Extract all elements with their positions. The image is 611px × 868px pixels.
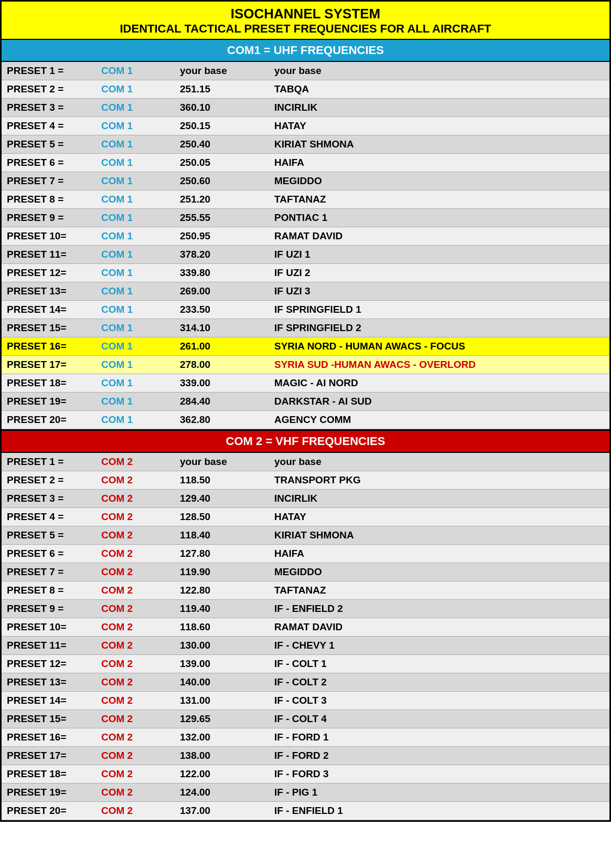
freq-cell: 119.40	[175, 600, 269, 618]
com-label: COM 2	[96, 508, 175, 526]
table-row: PRESET 20= COM 1 362.80 AGENCY COMM	[2, 411, 609, 429]
name-cell: AGENCY COMM	[269, 411, 609, 429]
preset-label: PRESET 8 =	[2, 581, 96, 600]
preset-label: PRESET 4 =	[2, 117, 96, 135]
com-label: COM 2	[96, 471, 175, 490]
preset-label: PRESET 20=	[2, 802, 96, 820]
name-cell: IF - FORD 2	[269, 747, 609, 765]
preset-label: PRESET 1 =	[2, 453, 96, 471]
name-cell: HAIFA	[269, 154, 609, 172]
table-row: PRESET 5 = COM 1 250.40 KIRIAT SHMONA	[2, 135, 609, 154]
preset-label: PRESET 19=	[2, 784, 96, 802]
table-row: PRESET 1 = COM 1 your base your base	[2, 62, 609, 80]
name-cell: TRANSPORT PKG	[269, 471, 609, 490]
name-cell: HATAY	[269, 508, 609, 526]
table-row: PRESET 16= COM 1 261.00 SYRIA NORD - HUM…	[2, 337, 609, 356]
freq-cell: 118.50	[175, 471, 269, 490]
name-cell: IF SPRINGFIELD 1	[269, 301, 609, 319]
freq-cell: 362.80	[175, 411, 269, 429]
name-cell: IF UZI 2	[269, 264, 609, 282]
com-label: COM 2	[96, 673, 175, 692]
preset-label: PRESET 20=	[2, 411, 96, 429]
com-label: COM 2	[96, 655, 175, 673]
com-label: COM 1	[96, 393, 175, 411]
name-cell: IF - FORD 1	[269, 728, 609, 747]
main-container: ISOCHANNEL SYSTEM IDENTICAL TACTICAL PRE…	[0, 0, 611, 822]
freq-cell: 255.55	[175, 209, 269, 227]
preset-label: PRESET 12=	[2, 264, 96, 282]
com-label: COM 2	[96, 747, 175, 765]
com-label: COM 2	[96, 692, 175, 710]
preset-label: PRESET 16=	[2, 337, 96, 356]
preset-label: PRESET 11=	[2, 246, 96, 264]
com-label: COM 1	[96, 282, 175, 301]
com1-table: PRESET 1 = COM 1 your base your base PRE…	[2, 62, 609, 429]
name-cell: IF UZI 3	[269, 282, 609, 301]
name-cell: TAFTANAZ	[269, 581, 609, 600]
com1-section-header: COM1 = UHF FREQUENCIES	[2, 40, 609, 62]
table-row: PRESET 2 = COM 2 118.50 TRANSPORT PKG	[2, 471, 609, 490]
com-label: COM 2	[96, 453, 175, 471]
name-cell: IF - COLT 3	[269, 692, 609, 710]
freq-cell: 339.00	[175, 374, 269, 393]
freq-cell: 251.20	[175, 190, 269, 209]
name-cell: IF - FORD 3	[269, 765, 609, 784]
preset-label: PRESET 13=	[2, 673, 96, 692]
preset-label: PRESET 14=	[2, 301, 96, 319]
table-row: PRESET 11= COM 2 130.00 IF - CHEVY 1	[2, 637, 609, 655]
name-cell: SYRIA NORD - HUMAN AWACS - FOCUS	[269, 337, 609, 356]
preset-label: PRESET 6 =	[2, 545, 96, 563]
freq-cell: 122.00	[175, 765, 269, 784]
freq-cell: 251.15	[175, 80, 269, 99]
freq-cell: 122.80	[175, 581, 269, 600]
freq-cell: 233.50	[175, 301, 269, 319]
com-label: COM 2	[96, 728, 175, 747]
com-label: COM 1	[96, 264, 175, 282]
com-label: COM 2	[96, 526, 175, 545]
freq-cell: 129.40	[175, 490, 269, 508]
table-row: PRESET 8 = COM 1 251.20 TAFTANAZ	[2, 190, 609, 209]
name-cell: HAIFA	[269, 545, 609, 563]
preset-label: PRESET 1 =	[2, 62, 96, 80]
com-label: COM 2	[96, 765, 175, 784]
com-label: COM 1	[96, 135, 175, 154]
table-row: PRESET 10= COM 1 250.95 RAMAT DAVID	[2, 227, 609, 246]
com-label: COM 1	[96, 172, 175, 190]
freq-cell: 250.40	[175, 135, 269, 154]
freq-cell: 118.40	[175, 526, 269, 545]
com-label: COM 1	[96, 190, 175, 209]
com-label: COM 1	[96, 80, 175, 99]
name-cell: IF SPRINGFIELD 2	[269, 319, 609, 337]
name-cell: DARKSTAR - AI SUD	[269, 393, 609, 411]
table-row: PRESET 20= COM 2 137.00 IF - ENFIELD 1	[2, 802, 609, 820]
com-label: COM 1	[96, 227, 175, 246]
title2: IDENTICAL TACTICAL PRESET FREQUENCIES FO…	[4, 22, 607, 36]
freq-cell: 284.40	[175, 393, 269, 411]
preset-label: PRESET 3 =	[2, 99, 96, 117]
freq-cell: 138.00	[175, 747, 269, 765]
table-row: PRESET 18= COM 1 339.00 MAGIC - AI NORD	[2, 374, 609, 393]
name-cell: MEGIDDO	[269, 172, 609, 190]
preset-label: PRESET 11=	[2, 637, 96, 655]
table-row: PRESET 4 = COM 1 250.15 HATAY	[2, 117, 609, 135]
preset-label: PRESET 10=	[2, 618, 96, 637]
table-row: PRESET 6 = COM 2 127.80 HAIFA	[2, 545, 609, 563]
com-label: COM 1	[96, 117, 175, 135]
freq-cell: 278.00	[175, 356, 269, 374]
freq-cell: 378.20	[175, 246, 269, 264]
name-cell: TABQA	[269, 80, 609, 99]
table-row: PRESET 9 = COM 1 255.55 PONTIAC 1	[2, 209, 609, 227]
name-cell: MAGIC - AI NORD	[269, 374, 609, 393]
table-row: PRESET 13= COM 2 140.00 IF - COLT 2	[2, 673, 609, 692]
freq-cell: your base	[175, 62, 269, 80]
table-row: PRESET 7 = COM 2 119.90 MEGIDDO	[2, 563, 609, 581]
table-row: PRESET 19= COM 1 284.40 DARKSTAR - AI SU…	[2, 393, 609, 411]
freq-cell: 127.80	[175, 545, 269, 563]
preset-label: PRESET 10=	[2, 227, 96, 246]
table-row: PRESET 15= COM 2 129.65 IF - COLT 4	[2, 710, 609, 728]
table-row: PRESET 14= COM 2 131.00 IF - COLT 3	[2, 692, 609, 710]
freq-cell: 314.10	[175, 319, 269, 337]
preset-label: PRESET 2 =	[2, 471, 96, 490]
table-row: PRESET 18= COM 2 122.00 IF - FORD 3	[2, 765, 609, 784]
table-row: PRESET 12= COM 1 339.80 IF UZI 2	[2, 264, 609, 282]
